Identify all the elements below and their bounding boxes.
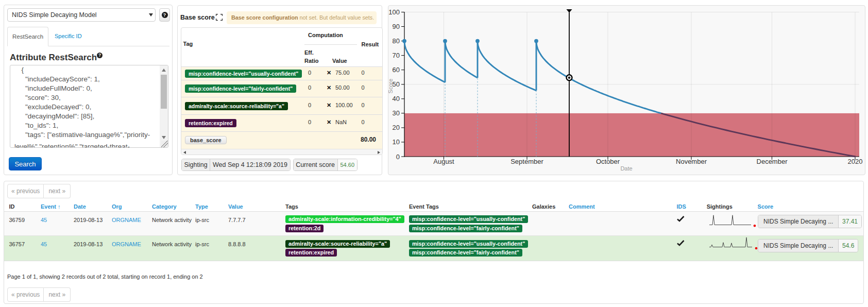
svg-text:70: 70	[393, 52, 400, 59]
svg-text:60: 60	[393, 66, 400, 74]
svg-text:December: December	[757, 158, 788, 165]
svg-text:2020: 2020	[848, 158, 863, 165]
svg-text:October: October	[596, 158, 620, 165]
svg-text:November: November	[676, 158, 707, 165]
svg-text:30: 30	[393, 109, 400, 117]
svg-text:40: 40	[393, 95, 400, 103]
svg-text:20: 20	[393, 124, 400, 131]
svg-text:Date: Date	[620, 165, 632, 172]
svg-text:September: September	[510, 158, 543, 165]
svg-text:80: 80	[393, 37, 400, 45]
svg-text:90: 90	[393, 23, 400, 30]
svg-text:August: August	[433, 158, 454, 165]
svg-text:100: 100	[388, 8, 400, 16]
svg-text:0: 0	[396, 153, 400, 161]
svg-text:Score: Score	[388, 79, 394, 94]
svg-text:10: 10	[393, 138, 400, 146]
